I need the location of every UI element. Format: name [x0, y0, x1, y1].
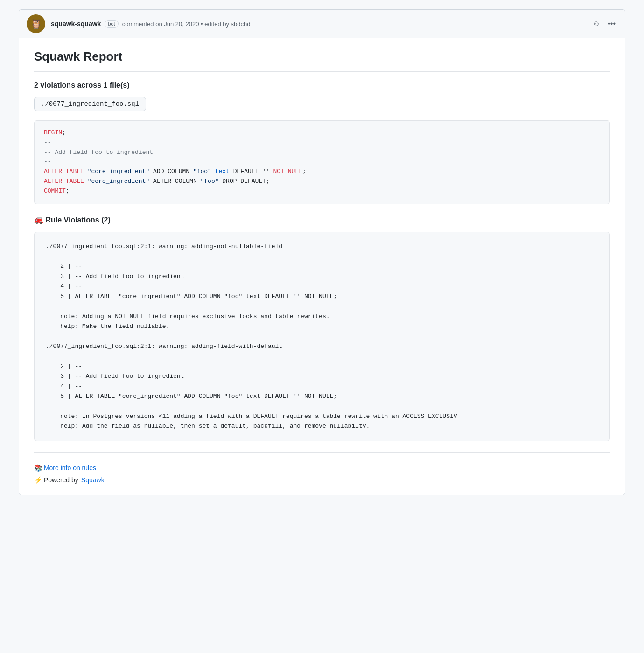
violations-block: ./0077_ingredient_foo.sql:2:1: warning: … — [34, 232, 610, 441]
more-info-row: 📚 More info on rules — [34, 464, 610, 472]
more-options-icon: ••• — [608, 20, 616, 28]
more-info-link[interactable]: 📚 More info on rules — [34, 464, 96, 472]
comment-header-right: ☺ ••• — [591, 18, 617, 30]
violations-summary: 2 violations across 1 file(s) — [34, 81, 610, 90]
keyword-commit: COMMIT — [44, 188, 66, 195]
str-foo-1: "foo" — [193, 168, 211, 175]
keyword-alter2: ALTER TABLE — [44, 178, 84, 185]
comment-line-1: -- — [44, 139, 51, 146]
file-badge: ./0077_ingredient_foo.sql — [34, 97, 146, 111]
divider — [34, 452, 610, 453]
str-core-ingredient-1: "core_ingredient" — [88, 168, 150, 175]
str-foo-2: "foo" — [200, 178, 218, 185]
emoji-button[interactable]: ☺ — [591, 18, 602, 30]
comment-header-left: 🦉 squawk-squawk bot commented on Jun 20,… — [27, 14, 251, 33]
keyword-not-null: NOT NULL — [273, 168, 302, 175]
more-options-button[interactable]: ••• — [606, 18, 617, 30]
page-wrapper: 🦉 squawk-squawk bot commented on Jun 20,… — [0, 9, 644, 653]
sql-code-block: BEGIN; -- -- Add field foo to ingredient… — [34, 120, 610, 204]
str-core-ingredient-2: "core_ingredient" — [88, 178, 150, 185]
author-name: squawk-squawk — [51, 20, 101, 28]
avatar: 🦉 — [27, 14, 45, 33]
powered-by-row: ⚡ Powered by Squawk — [34, 476, 610, 484]
comment-line-3: -- — [44, 158, 51, 165]
bot-badge: bot — [105, 20, 118, 28]
rule-violations-label: 🚒 Rule Violations (2) — [34, 215, 111, 224]
footer-links: 📚 More info on rules ⚡ Powered by Squawk — [34, 464, 610, 484]
keyword-alter1: ALTER TABLE — [44, 168, 84, 175]
keyword-begin: BEGIN — [44, 129, 62, 136]
comment-meta: commented on Jun 20, 2020 • edited by sb… — [122, 21, 251, 28]
comment-container: 🦉 squawk-squawk bot commented on Jun 20,… — [19, 9, 625, 495]
comment-header: 🦉 squawk-squawk bot commented on Jun 20,… — [19, 10, 625, 38]
emoji-icon: ☺ — [593, 20, 600, 28]
squawk-link[interactable]: Squawk — [81, 476, 105, 484]
type-text-1: text — [215, 168, 230, 175]
comment-line-2: -- Add field foo to ingredient — [44, 149, 153, 156]
comment-body: Squawk Report 2 violations across 1 file… — [19, 38, 625, 495]
rule-violations-header: 🚒 Rule Violations (2) — [34, 215, 610, 224]
report-title: Squawk Report — [34, 49, 610, 72]
powered-by-label: ⚡ Powered by — [34, 476, 78, 484]
